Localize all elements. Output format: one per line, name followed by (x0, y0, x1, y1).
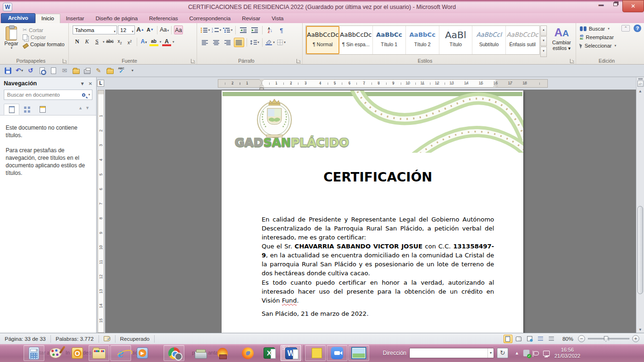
styles-scroll-down-button[interactable]: ▼ (540, 36, 547, 47)
nav-next-button[interactable]: ▼ (85, 106, 92, 110)
tab-inicio[interactable]: Inicio (35, 14, 60, 23)
document-canvas[interactable]: GADSANPLÁCIDO CERTIFICACIÓN En calidad d… (105, 90, 636, 333)
underline-button[interactable]: S (92, 37, 101, 46)
nav-search-box[interactable]: ▾ (4, 90, 92, 100)
bullets-button[interactable]: ▾ (200, 25, 210, 35)
taskbar-photo-viewer-button[interactable] (348, 345, 369, 361)
folder-star-button[interactable] (106, 66, 114, 75)
taskbar-sticky-notes-button[interactable] (305, 345, 326, 361)
change-styles-button[interactable]: AA Cambiar estilos ▾ (548, 25, 575, 57)
qat-more-button[interactable]: ▾ (128, 66, 137, 75)
superscript-button[interactable]: x2 (125, 37, 134, 46)
style-enfasis-sutil[interactable]: AaBbCcDcÉnfasis sutil (506, 26, 539, 54)
zoom-slider-handle[interactable] (604, 336, 608, 342)
cut-button[interactable]: ✂Cortar (23, 27, 65, 33)
right-indent-marker[interactable] (493, 83, 498, 87)
outline-view-button[interactable] (536, 335, 545, 343)
draft-view-button[interactable] (547, 335, 556, 343)
taskbar-explorer-button[interactable] (89, 345, 109, 361)
horizontal-ruler[interactable]: 21123456789101112131415161718 (218, 79, 548, 88)
action-center-flag-icon[interactable] (534, 351, 539, 355)
style-titulo-2[interactable]: AaBbCcTítulo 2 (406, 26, 439, 54)
style-normal[interactable]: AaBbCcDc¶ Normal (306, 26, 339, 54)
search-options-dropdown[interactable]: ▾ (88, 93, 90, 97)
tab-selector[interactable]: L (97, 80, 104, 87)
taskbar-chrome-button[interactable] (164, 345, 184, 361)
taskbar-fire-app-button[interactable] (212, 345, 233, 361)
style-sin-espaciado[interactable]: AaBbCcDc¶ Sin espa... (339, 26, 373, 54)
print-layout-view-button[interactable] (504, 335, 512, 343)
italic-button[interactable]: K (83, 37, 91, 46)
sort-button[interactable]: AZ↓ (265, 25, 275, 35)
help-icon[interactable]: ? (634, 25, 641, 32)
usb-tray-icon[interactable] (523, 350, 529, 356)
close-icon[interactable]: ✕ (89, 81, 92, 86)
hanging-indent-marker[interactable] (259, 83, 264, 87)
tab-correspondencia[interactable]: Correspondencia (184, 14, 237, 23)
font-name-combo[interactable]: Tahoma▾ (73, 25, 117, 34)
align-left-button[interactable] (200, 38, 210, 47)
first-line-indent-marker[interactable] (259, 79, 264, 82)
justify-button[interactable] (234, 38, 244, 47)
split-handle[interactable] (638, 78, 643, 80)
save-button[interactable] (4, 66, 12, 75)
open-button[interactable] (72, 66, 80, 75)
taskbar-zoom-button[interactable] (327, 345, 347, 361)
zoom-level[interactable]: 80% (562, 336, 573, 342)
tab-revisar[interactable]: Revisar (236, 14, 266, 23)
styles-gallery-more-button[interactable]: ▼ (540, 47, 547, 57)
taskbar-media-player-button[interactable]: ▶ (132, 345, 153, 361)
document-page[interactable]: GADSANPLÁCIDO CERTIFICACIÓN En calidad d… (222, 90, 523, 333)
taskbar-paint-button[interactable] (45, 345, 66, 361)
restore-button[interactable] (608, 0, 622, 9)
taskbar-word-button[interactable]: W (281, 345, 301, 361)
taskbar-outlook-button[interactable]: O (67, 345, 88, 361)
spelling-grammar-button[interactable]: ABC✓ (117, 66, 125, 75)
taskbar-scanner-button[interactable] (190, 345, 211, 361)
taskbar-internet-explorer-button[interactable]: e (110, 345, 131, 361)
dialog-launcher-icon[interactable]: ↘ (191, 59, 195, 63)
select-button[interactable]: Seleccionar▾ (580, 43, 643, 49)
styles-scroll-up-button[interactable]: ▲ (540, 25, 547, 36)
taskbar-firefox-button[interactable] (237, 345, 258, 361)
status-proofing[interactable] (99, 335, 116, 343)
tray-expand-button[interactable]: ▲ (515, 351, 519, 355)
tab-referencias[interactable]: Referencias (143, 14, 183, 23)
zoom-out-button[interactable]: − (578, 335, 585, 342)
zoom-in-button[interactable]: + (632, 335, 639, 342)
change-case-button[interactable]: Aa▾ (160, 25, 169, 34)
align-right-button[interactable] (223, 38, 233, 47)
minimize-button[interactable]: ▬ (594, 0, 608, 9)
scroll-up-button[interactable]: ▲ (638, 89, 642, 93)
new-document-button[interactable] (49, 66, 58, 75)
font-color-button[interactable]: A (162, 37, 171, 46)
style-titulo-1[interactable]: AaBbCcTítulo 1 (373, 26, 406, 54)
quick-print-button[interactable] (83, 66, 91, 75)
vertical-ruler[interactable]: 12345678910111213141516 (98, 90, 104, 333)
address-input[interactable] (410, 349, 487, 357)
dialog-launcher-icon[interactable]: ↘ (297, 59, 301, 63)
taskbar-excel-button[interactable]: X (259, 345, 280, 361)
style-subtitulo[interactable]: AaBbCclSubtítulo (472, 26, 506, 54)
status-recovered[interactable]: Recuperado (116, 335, 155, 343)
replace-button[interactable]: abacReemplazar (580, 34, 643, 40)
zoom-slider[interactable] (588, 338, 629, 339)
scroll-thumb[interactable] (637, 206, 643, 294)
style-titulo[interactable]: AaBlTítulo (439, 26, 473, 54)
shading-button[interactable]: ▾ (265, 38, 275, 47)
attach-mail-button[interactable]: ✉ (60, 66, 69, 75)
web-layout-button[interactable] (525, 335, 534, 343)
font-size-combo[interactable]: 12▾ (118, 25, 135, 34)
borders-button[interactable]: ▾ (276, 38, 287, 47)
align-center-button[interactable] (211, 38, 222, 47)
tab-diseno-de-pagina[interactable]: Diseño de página (90, 14, 144, 23)
nav-tab-results[interactable] (35, 104, 50, 115)
ruler-toggle-button[interactable]: ▱ (637, 81, 644, 87)
multilevel-list-button[interactable]: ▾ (223, 25, 233, 35)
copy-button[interactable]: Copiar (23, 34, 65, 40)
search-icon[interactable] (82, 93, 85, 97)
clear-formatting-button[interactable]: Aa (174, 25, 183, 34)
subscript-button[interactable]: x2 (116, 37, 124, 46)
undo-button[interactable]: ↶▾ (15, 66, 24, 75)
shrink-font-button[interactable]: A▼ (146, 25, 155, 34)
